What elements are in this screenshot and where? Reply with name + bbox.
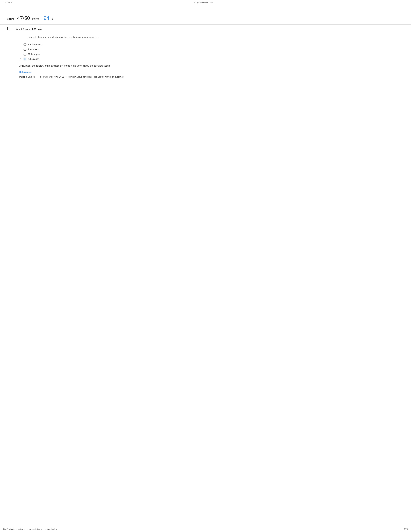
option-label-malapropism: Malapropism bbox=[28, 53, 41, 56]
question-1-text: refers to the manner or clarity in which… bbox=[19, 36, 405, 39]
question-1-section: 1. Award: 1 out of 1.00 point refers to … bbox=[0, 24, 411, 82]
radio-pupilometrics bbox=[24, 43, 27, 46]
score-percent-symbol: % bbox=[51, 18, 53, 20]
radio-malapropism bbox=[24, 53, 27, 56]
page-title: Assignment Print View bbox=[12, 2, 395, 4]
option-label-articulation: Articulation bbox=[28, 58, 39, 60]
header-date: 11/9/2017 bbox=[3, 2, 12, 4]
ref-content: Learning Objective: 04-02 Recognize vari… bbox=[40, 75, 125, 79]
option-label-pupilometrics: Pupilometrics bbox=[28, 43, 42, 46]
question-1-header: 1. Award: 1 out of 1.00 point bbox=[6, 25, 405, 32]
checkmark-icon: ✓ bbox=[19, 58, 22, 60]
option-proxemics: Proxemics bbox=[19, 47, 405, 52]
references-table: Multiple Choice Learning Objective: 04-0… bbox=[19, 75, 405, 79]
question-1-body: refers to the manner or clarity in which… bbox=[6, 32, 405, 82]
question-1-award: Award: 1 out of 1.00 point bbox=[16, 28, 42, 30]
score-points-label: Points bbox=[32, 18, 39, 20]
explanation-text: Articulation, enunciation, or pronunciat… bbox=[19, 61, 405, 69]
question-blank bbox=[19, 38, 28, 38]
ref-label: Multiple Choice bbox=[19, 75, 40, 79]
options-list: Pupilometrics Proxemics Malapropism ✓ Ar… bbox=[19, 42, 405, 61]
score-percent-value: 94 bbox=[44, 15, 49, 21]
option-articulation: ✓ Articulation bbox=[19, 57, 405, 61]
score-section: Score: 47/50 Points 94 % bbox=[0, 6, 411, 24]
references-title: References bbox=[19, 71, 405, 73]
page-header: 11/9/2017 Assignment Print View bbox=[0, 0, 411, 6]
radio-articulation-filled bbox=[24, 57, 27, 60]
option-pupilometrics: Pupilometrics bbox=[19, 42, 405, 47]
option-malapropism: Malapropism bbox=[19, 52, 405, 57]
radio-proxemics bbox=[24, 48, 27, 51]
option-label-proxemics: Proxemics bbox=[28, 48, 38, 51]
score-label: Score: bbox=[6, 17, 16, 21]
score-value: 47/50 bbox=[17, 15, 30, 21]
references-section: References Multiple Choice Learning Obje… bbox=[19, 69, 405, 80]
question-1-number: 1. bbox=[6, 27, 13, 31]
